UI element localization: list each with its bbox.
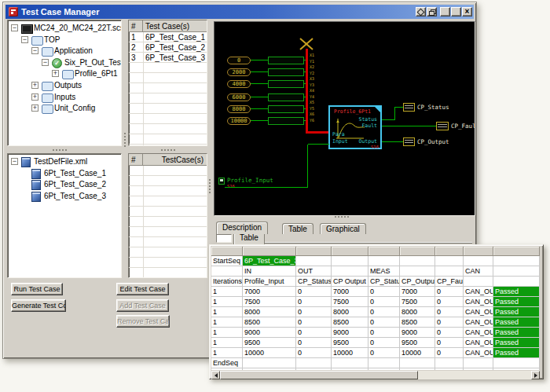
collapse-icon[interactable]: − — [21, 36, 28, 43]
result-cell[interactable]: 0 — [296, 348, 332, 358]
close-button[interactable]: × — [462, 7, 472, 16]
column-header-name[interactable]: TestCase(s) — [143, 154, 207, 166]
result-cell[interactable]: CAN_OUT — [464, 317, 493, 328]
constant-block[interactable]: 8000 — [227, 105, 251, 113]
testdef-tree-item[interactable]: −TestDefFile.xml — [8, 156, 121, 167]
result-cell[interactable]: MEAS — [368, 266, 400, 277]
column-header[interactable] — [368, 247, 400, 256]
result-cell[interactable] — [400, 256, 435, 266]
result-cell[interactable] — [211, 266, 243, 277]
horizontal-splitter-grip[interactable] — [52, 148, 68, 152]
list-cell-name[interactable]: 6P_Test_Case_1 — [143, 32, 207, 42]
result-cell[interactable]: Iterations — [211, 277, 243, 287]
result-cell[interactable]: IN — [243, 266, 296, 277]
scroll-right-button[interactable] — [531, 371, 540, 379]
result-cell[interactable]: 0 — [435, 297, 464, 307]
result-cell[interactable] — [464, 277, 493, 287]
result-cell[interactable]: StartSeq — [211, 256, 243, 266]
expand-icon[interactable]: + — [52, 70, 59, 77]
model-diagram-canvas[interactable]: 0200040006000800010000X1Y1X2Y2X3Y3X4Y4X5… — [214, 21, 475, 216]
constant-block[interactable]: 4000 — [227, 80, 251, 88]
expand-icon[interactable]: + — [31, 82, 38, 89]
result-cell[interactable]: 9500 — [243, 338, 296, 348]
project-tree-item[interactable]: +Inputs — [8, 92, 121, 103]
result-cell[interactable] — [435, 368, 464, 370]
horizontal-scrollbar[interactable] — [211, 371, 540, 379]
gain-block[interactable] — [268, 93, 304, 101]
result-cell[interactable]: 0 — [296, 307, 332, 317]
result-cell[interactable]: 0 — [296, 297, 332, 307]
testdef-tree-item[interactable]: 6Pt_Test_Case_1 — [8, 168, 121, 179]
undock-button[interactable] — [427, 7, 437, 16]
result-cell[interactable]: CAN — [464, 266, 493, 277]
result-cell[interactable]: 0 — [296, 328, 332, 338]
result-cell-pass[interactable]: Passed — [493, 317, 540, 328]
result-cell[interactable] — [400, 358, 435, 368]
can-port-box[interactable] — [403, 103, 415, 112]
list-cell-index[interactable]: 2 — [129, 42, 143, 53]
list-cell-name[interactable]: 6P_Test_Case_3 — [143, 53, 207, 63]
result-cell[interactable]: 7500 — [400, 297, 435, 307]
result-cell[interactable] — [493, 277, 540, 287]
result-cell[interactable]: CP_Output — [400, 277, 435, 287]
result-cell[interactable]: 1 — [211, 297, 243, 307]
result-cell-pass[interactable]: Passed — [493, 287, 540, 297]
result-cell[interactable]: CAN_OUT — [464, 348, 493, 358]
result-cell[interactable]: 0 — [296, 317, 332, 328]
result-cell[interactable] — [332, 358, 368, 368]
result-cell[interactable]: 8000 — [400, 307, 435, 317]
column-header[interactable] — [435, 247, 464, 256]
input-port-icon[interactable] — [218, 178, 225, 185]
column-header-index[interactable]: # — [129, 154, 143, 166]
project-tree-item[interactable]: +Profile_6Pt1 — [8, 68, 121, 79]
minimize-button[interactable] — [440, 7, 450, 16]
terminator-x-icon[interactable] — [299, 38, 314, 50]
testdef-tree-item[interactable]: 6Pt_Test_Case_3 — [8, 191, 121, 202]
result-cell[interactable]: 10000 — [243, 348, 296, 358]
horizontal-splitter-grip[interactable] — [334, 215, 350, 218]
project-tree-item[interactable]: −MC24_20_MC24_22T.scs — [8, 23, 121, 34]
gain-block[interactable] — [268, 105, 304, 113]
profile-block[interactable]: Profile_6Pt1ParaInputStatusFaultOutputS1… — [328, 105, 382, 149]
expand-icon[interactable]: + — [31, 93, 38, 101]
generate-test-code-button[interactable]: Generate Test Code — [11, 299, 66, 312]
result-cell-pass[interactable]: 6P_Test_Case_3 — [243, 256, 296, 266]
result-cell[interactable]: Profile_Input — [243, 277, 296, 287]
project-tree-item[interactable]: +Outputs — [8, 80, 121, 91]
result-cell[interactable]: 0 — [368, 328, 400, 338]
tab-graphical[interactable]: Graphical — [320, 223, 366, 234]
testdef-case-list-panel[interactable]: #TestCase(s) — [128, 153, 207, 278]
project-tree-item[interactable]: −✓Six_Pt_Out_Test — [8, 57, 121, 68]
result-cell[interactable] — [493, 368, 540, 370]
result-cell[interactable]: CAN_OUT — [464, 307, 493, 317]
result-cell[interactable] — [368, 368, 400, 370]
result-cell[interactable]: 8500 — [332, 317, 368, 328]
column-header[interactable] — [332, 247, 368, 256]
result-cell[interactable]: 1 — [211, 287, 243, 297]
constant-block[interactable]: 10000 — [227, 117, 251, 125]
column-header[interactable] — [243, 247, 296, 256]
constant-block[interactable]: 0 — [227, 57, 251, 64]
add-test-case-button[interactable]: Add Test Case — [116, 299, 169, 312]
result-cell[interactable]: CAN_OUT — [464, 287, 493, 297]
column-header[interactable] — [493, 247, 540, 256]
column-header[interactable] — [464, 247, 493, 256]
vertical-splitter-grip[interactable] — [123, 132, 126, 148]
testdef-tree-panel[interactable]: −TestDefFile.xml6Pt_Test_Case_16Pt_Test_… — [7, 153, 122, 278]
result-cell[interactable] — [243, 358, 296, 368]
constant-block[interactable]: 6000 — [227, 93, 251, 101]
expand-icon[interactable]: + — [31, 104, 38, 112]
signal-label-cp-output[interactable]: CP_Output — [417, 139, 449, 145]
result-cell[interactable]: CAN_OUT — [464, 297, 493, 307]
result-cell[interactable]: 0 — [368, 338, 400, 348]
result-cell[interactable]: 9000 — [400, 328, 435, 338]
result-cell[interactable]: 0 — [368, 297, 400, 307]
result-cell[interactable]: 0 — [296, 287, 332, 297]
result-cell[interactable]: 0 — [368, 287, 400, 297]
result-cell-pass[interactable]: Passed — [493, 307, 540, 317]
result-cell[interactable]: 0 — [435, 348, 464, 358]
result-cell[interactable]: 0 — [435, 317, 464, 328]
column-header[interactable] — [400, 247, 435, 256]
title-bar[interactable]: Test Case Manager × — [6, 5, 474, 19]
collapse-icon[interactable]: − — [11, 158, 18, 165]
